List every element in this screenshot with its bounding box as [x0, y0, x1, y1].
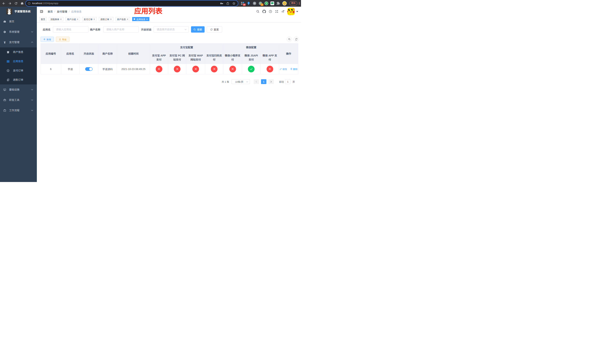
chevron-down-icon	[184, 29, 187, 30]
browser-forward-button[interactable]	[8, 2, 12, 5]
payment-submenu: 商户信息 应用信息 支付订单 退款订单	[0, 47, 37, 85]
close-icon[interactable]	[127, 18, 129, 20]
tab-app-info[interactable]: 应用信息	[132, 17, 149, 21]
export-button[interactable]: 导出	[56, 37, 69, 42]
col-wechat-mini: 微信小程序支付	[224, 51, 242, 64]
top-navbar: 首页 / 支付管理 / 应用信息	[37, 7, 301, 16]
sidebar-item-dev-tools[interactable]: 研发工具	[0, 95, 37, 105]
collapse-sidebar-icon[interactable]	[40, 10, 43, 13]
extensions-puzzle-icon[interactable]	[276, 1, 280, 5]
share-icon[interactable]	[226, 2, 229, 5]
sidebar-item-infrastructure[interactable]: 基础设施	[0, 85, 37, 95]
col-wechat-app: 微信 APP 支付	[261, 51, 279, 64]
search-icon[interactable]	[256, 10, 260, 13]
status-toggle[interactable]	[85, 67, 93, 71]
address-bar[interactable]: localhost:1024/pay/app	[26, 0, 238, 6]
total-count: 共 1 条	[222, 80, 229, 84]
dashboard-icon	[3, 20, 6, 23]
close-icon[interactable]	[110, 18, 112, 20]
delete-link[interactable]: 删除	[290, 67, 298, 71]
status-wechat-app	[267, 66, 273, 72]
col-alipay-wap: 支付宝 WAP 网站支付	[186, 51, 205, 64]
sidebar-item-app-info[interactable]: 应用信息	[0, 57, 37, 66]
status-label: 开启状态	[141, 28, 151, 31]
caret-down-icon[interactable]	[296, 11, 298, 12]
extension-gem-icon[interactable]	[247, 1, 250, 5]
refresh-table-icon[interactable]	[294, 37, 299, 42]
tab-user-group[interactable]: 用户分组	[65, 17, 80, 21]
status-alipay-pc	[174, 66, 181, 72]
edit-link[interactable]: 修改	[280, 67, 287, 71]
download-icon	[59, 38, 61, 40]
browser-reload-button[interactable]	[14, 2, 18, 5]
browser-menu-icon[interactable]	[299, 2, 300, 5]
table-row: 6 芋道 芋道源码 2021-10-23 08:49:25 修改	[41, 64, 298, 74]
col-alipay-qr: 支付宝扫码支付	[205, 51, 224, 64]
sidebar-item-refund-orders[interactable]: 退款订单	[0, 75, 37, 85]
tab-pay-orders[interactable]: 支付订单	[82, 17, 97, 21]
browser-back-button[interactable]	[2, 2, 6, 5]
sidebar-item-payment[interactable]: ¥ 支付管理	[0, 37, 37, 47]
sidebar-item-merchant-info[interactable]: 商户信息	[0, 47, 37, 57]
reset-button[interactable]: 重置	[207, 26, 222, 32]
cell-created: 2021-10-23 08:49:25	[117, 64, 150, 74]
breadcrumb-home[interactable]: 首页	[48, 10, 53, 13]
close-icon[interactable]	[77, 18, 78, 20]
svg-text:Y: Y	[266, 2, 267, 4]
tab-home[interactable]: 首页	[39, 17, 47, 21]
sidebar-menu: 首页 系统管理 ¥ 支付管理 商户信息 应用信息	[0, 16, 37, 116]
table-toolbar: 新增 导出	[41, 37, 298, 42]
logo-rabbit-image	[6, 9, 12, 14]
app-name-input[interactable]	[53, 26, 88, 32]
app-name-label: 应用名	[43, 28, 51, 31]
toggle-search-icon[interactable]	[287, 37, 292, 42]
help-icon[interactable]	[269, 10, 272, 13]
profile-avatar-icon[interactable]	[282, 1, 287, 6]
search-button[interactable]: 搜索	[191, 26, 204, 32]
merchant-name-input[interactable]	[103, 26, 139, 32]
chevron-down-icon	[31, 89, 33, 90]
active-dot	[134, 18, 135, 20]
tab-process-form[interactable]: 流程表单	[49, 17, 63, 21]
main-area: 应用列表 首页 / 支付管理 / 应用信息	[37, 7, 301, 182]
col-group-alipay: 支付宝配置	[150, 43, 224, 51]
sidebar-item-workflow[interactable]: 工作流程	[0, 105, 37, 116]
font-size-icon[interactable]	[281, 10, 285, 13]
navbar-actions	[253, 8, 301, 15]
svg-text:⌘: ⌘	[253, 2, 256, 5]
extension-chat-icon[interactable]	[270, 1, 274, 5]
bookmark-star-icon[interactable]	[232, 2, 236, 5]
extension-y-icon[interactable]: Y	[265, 1, 268, 5]
sidebar-item-pay-orders[interactable]: 支付订单	[0, 66, 37, 75]
user-avatar[interactable]	[287, 8, 295, 15]
sidebar-item-home[interactable]: 首页	[0, 16, 37, 27]
breadcrumb-section[interactable]: 支付管理	[57, 10, 67, 13]
status-wechat-jsapi	[248, 66, 255, 72]
extension-grid-icon[interactable]: 10	[241, 1, 245, 5]
prev-page-button[interactable]	[254, 79, 259, 84]
browser-update-button[interactable]: 更新	[289, 1, 297, 6]
browser-home-button[interactable]	[20, 2, 24, 5]
tab-refund-orders[interactable]: 退款订单	[99, 17, 113, 21]
trash-icon	[290, 68, 292, 70]
sidebar-item-system[interactable]: 系统管理	[0, 27, 37, 37]
cell-merchant: 芋道源码	[98, 64, 117, 74]
close-icon[interactable]	[146, 18, 148, 20]
password-key-icon[interactable]	[220, 2, 223, 5]
status-select[interactable]: 请选择开启状态	[154, 26, 189, 32]
fullscreen-icon[interactable]	[275, 10, 279, 13]
tab-merchant-info[interactable]: 商户信息	[116, 17, 130, 21]
add-button[interactable]: 新增	[41, 37, 54, 42]
yen-icon: ¥	[3, 41, 6, 44]
github-icon[interactable]	[262, 10, 266, 13]
extension-command-icon[interactable]: ⌘	[253, 1, 256, 5]
current-page-button[interactable]: 1	[261, 79, 266, 84]
goto-page-input[interactable]	[285, 79, 290, 84]
site-info-icon[interactable]	[28, 2, 31, 5]
next-page-button[interactable]	[269, 79, 274, 84]
page-size-select[interactable]: 10条/页	[232, 79, 250, 84]
close-icon[interactable]	[93, 18, 95, 20]
sidebar-logo[interactable]: 芋道管理系统	[0, 7, 37, 16]
extension-recorder-icon[interactable]: 1	[258, 1, 262, 5]
close-icon[interactable]	[60, 18, 62, 20]
